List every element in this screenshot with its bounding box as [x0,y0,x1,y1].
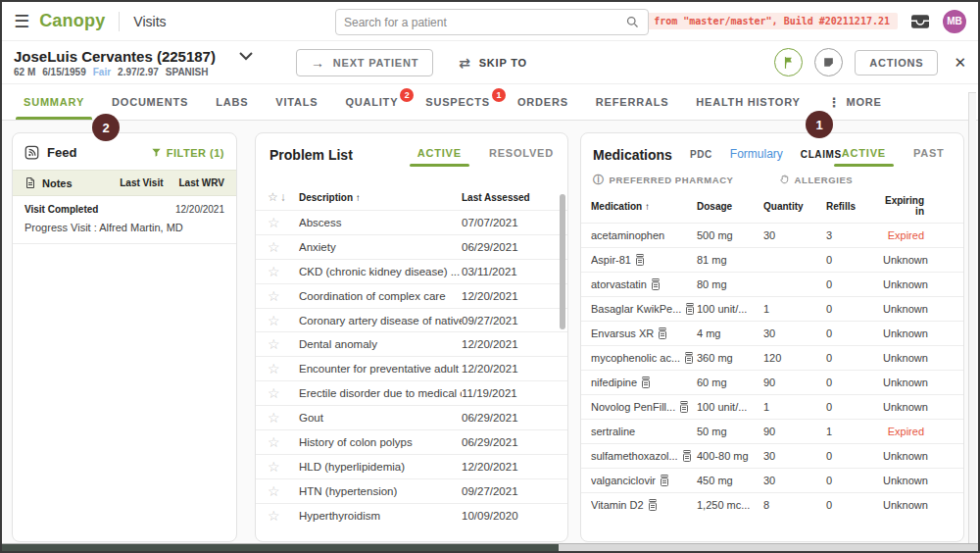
problem-row[interactable]: ☆ HTN (hypertension) 09/27/2021 [256,478,567,503]
tab-past-medications[interactable]: PAST [913,147,945,167]
medication-dosage: 100 unit/... [697,303,763,315]
actions-button[interactable]: ACTIONS [855,50,938,75]
medication-row[interactable]: Vitamin D2 1,250 mc... 8 0 Unknown [581,492,963,517]
star-icon[interactable]: ☆ [268,509,299,523]
preferred-pharmacy-button[interactable]: ⓘ PREFERRED PHARMACY [593,175,734,185]
star-icon[interactable]: ☆ [268,435,299,449]
star-icon[interactable]: ☆ [268,362,299,376]
quantity-column[interactable]: Quantity [763,201,826,212]
problem-row[interactable]: ☆ Anxiety 06/29/2021 [256,234,567,259]
tab[interactable]: LABS [202,84,262,120]
medication-name: atorvastatin [591,278,647,290]
app-logo[interactable]: Canopy [39,11,105,31]
medication-row[interactable]: Envarsus XR 4 mg 30 0 Unknown [581,321,963,345]
last-assessed-column[interactable]: Last Assessed [462,192,544,203]
medication-name: acetaminophen [591,229,664,241]
star-icon[interactable]: ☆ [268,337,299,351]
problem-description: CKD (chronic kidney disease) ... [299,266,460,277]
problem-row[interactable]: ☆ CKD (chronic kidney disease) ... HCC 0… [256,259,567,283]
medication-row[interactable]: acetaminophen 500 mg 30 3 Expired [581,223,963,247]
problem-row[interactable]: ☆ Encounter for preventative adult healt… [256,356,567,380]
tab-active-problems[interactable]: ACTIVE [417,147,462,167]
medication-row[interactable]: Basaglar KwikPe... 100 unit/... 1 0 Unkn… [581,296,963,321]
medication-row[interactable]: atorvastatin 80 mg 0 Unknown [581,272,963,296]
sort-down-icon[interactable]: ↓ [280,190,288,204]
medication-row[interactable]: sertraline 50 mg 90 1 Expired [581,419,963,443]
expiring-column[interactable]: Expiring in [883,195,924,217]
medication-row[interactable]: Novolog PenFill... 100 unit/... 1 0 Unkn… [581,394,963,419]
tab[interactable]: DOCUMENTS [98,84,202,120]
medications-tabs: ACTIVE PAST [842,147,945,167]
search-icon[interactable] [625,15,640,29]
star-icon[interactable]: ☆ [268,265,299,278]
tab[interactable]: SUSPECTS 1 [412,84,504,120]
star-icon[interactable]: ☆ [268,289,299,303]
star-icon[interactable]: ☆ [268,240,299,254]
star-icon[interactable]: ☆ [268,216,299,229]
refills-column[interactable]: Refills [826,201,883,212]
tab[interactable]: REFERRALS [582,84,682,120]
star-icon[interactable]: ☆ [268,314,299,327]
feed-entry[interactable]: Visit Completed 12/20/2021 Progress Visi… [13,196,236,244]
tab-label: REFERRALS [596,96,668,108]
medication-row[interactable]: sulfamethoxazol... 400-80 mg 30 0 Unknow… [581,443,963,468]
pdc-link[interactable]: PDC [690,149,712,160]
star-icon[interactable]: ☆ [268,460,299,474]
topbar: ☰ Canopy Visits Uat from "master/master"… [2,2,978,41]
problem-row[interactable]: ☆ Dental anomaly 12/20/2021 [256,331,567,356]
allergies-button[interactable]: ALLERGIES [779,175,854,185]
claims-link[interactable]: CLAIMS [801,149,842,160]
formulary-link[interactable]: Formulary [730,147,783,161]
tab[interactable]: HEALTH HISTORY [682,84,813,120]
page-scrollbar[interactable] [968,92,976,543]
tab-label: LABS [216,96,248,108]
flag-button[interactable] [774,48,803,76]
problem-row[interactable]: ☆ HLD (hyperlipidemia) 12/20/2021 [256,454,567,478]
problem-row[interactable]: ☆ Coordination of complex care 12/20/202… [256,283,567,308]
tab-label: ORDERS [517,96,568,108]
sticky-note-button[interactable] [814,48,843,76]
medication-row[interactable]: valganciclovir 450 mg 30 0 Unknown [581,468,963,492]
medication-name: Aspir-81 [591,254,631,266]
tab-resolved-problems[interactable]: RESOLVED [489,147,554,167]
patient-search[interactable] [335,9,649,35]
problem-row[interactable]: ☆ Gout 06/29/2021 [256,405,567,429]
star-icon[interactable]: ☆ [268,484,299,498]
close-icon[interactable]: ✕ [954,54,966,72]
tab-active-medications[interactable]: ACTIVE [842,147,886,167]
tab-label: SUMMARY [24,96,84,108]
medication-row[interactable]: Aspir-81 81 mg 0 Unknown [581,247,963,272]
next-patient-button[interactable]: → NEXT PATIENT [296,49,433,76]
problem-row[interactable]: ☆ Coronary artery disease of native arte… [256,308,567,332]
medication-column[interactable]: Medication ↑ [591,201,697,212]
chevron-down-icon[interactable] [239,52,253,61]
medication-row[interactable]: mycophenolic ac... 360 mg 120 0 Unknown [581,345,963,370]
search-input[interactable] [344,16,625,29]
problem-description: HLD (hyperlipidemia) [299,461,405,473]
medication-row[interactable]: nifedipine 60 mg 90 0 Unknown [581,370,963,394]
menu-icon[interactable]: ☰ [14,13,29,30]
problem-row[interactable]: ☆ Hyperthyroidism 10/09/2020 [256,503,567,528]
problem-row[interactable]: ☆ Erectile disorder due to medical condi… [256,380,567,405]
tab[interactable]: ORDERS [504,84,582,120]
inbox-icon[interactable] [911,15,929,28]
problem-row[interactable]: ☆ Abscess 07/07/2021 [256,210,567,234]
tab[interactable]: VITALS [262,84,331,120]
problem-list-panel: Problem List ACTIVE RESOLVED ☆↓ Descript… [255,132,568,542]
dosage-column[interactable]: Dosage [697,201,763,212]
tab[interactable]: SUMMARY [10,84,98,120]
skip-to-button[interactable]: ⇄ SKIP TO [459,56,527,70]
problem-row[interactable]: ☆ History of colon polyps 06/29/2021 [256,429,567,454]
feed-filter-button[interactable]: FILTER (1) [151,147,224,159]
tab[interactable]: QUALITY 2 [331,84,412,120]
avatar[interactable]: MB [943,10,966,33]
problem-description: Gout [299,412,323,424]
star-icon[interactable]: ☆ [268,386,299,400]
patient-dob: 6/15/1959 [42,67,86,77]
star-sort-icon[interactable]: ☆ [268,190,280,204]
sort-up-icon: ↑ [356,192,361,203]
medications-panel: Medications PDC Formulary CLAIMS ACTIVE … [580,132,964,542]
problem-list-scrollbar[interactable] [560,194,565,329]
description-column[interactable]: Description ↑ [299,192,462,203]
star-icon[interactable]: ☆ [268,411,299,425]
